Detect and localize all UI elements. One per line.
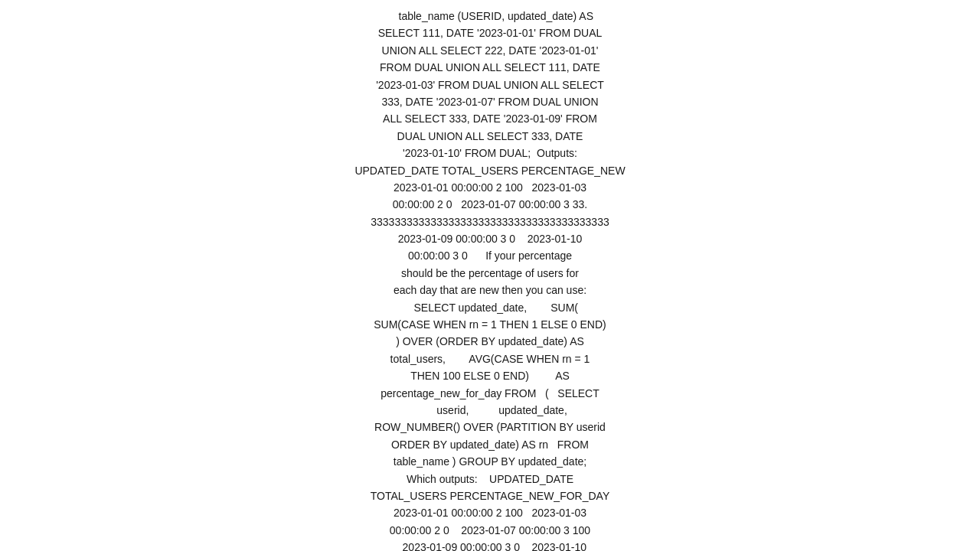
sql-text-block: table_name (USERID, updated_date) AS SEL… xyxy=(354,8,625,551)
main-content: table_name (USERID, updated_date) AS SEL… xyxy=(0,0,980,551)
